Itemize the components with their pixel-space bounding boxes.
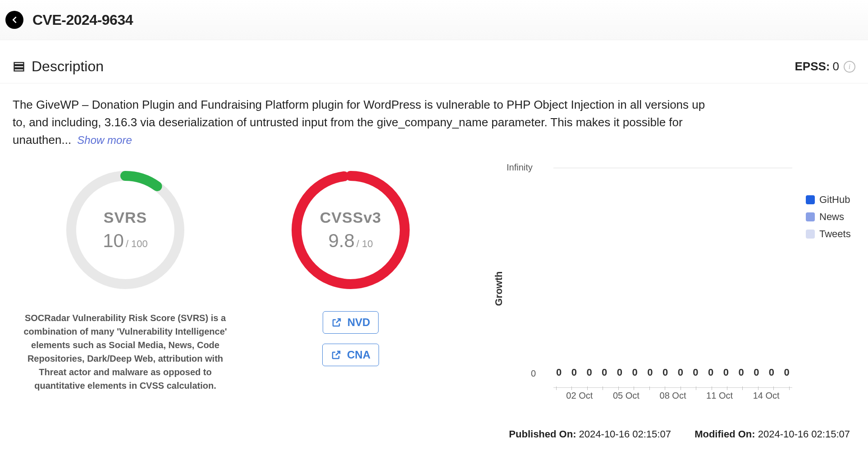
bar-label: 0	[632, 367, 638, 378]
description-body: The GiveWP – Donation Plugin and Fundrai…	[0, 83, 721, 153]
svrs-value: 10	[103, 230, 124, 252]
bar-label: 0	[723, 367, 729, 378]
y-top-label: Infinity	[507, 162, 533, 173]
nvd-link[interactable]: NVD	[323, 311, 379, 334]
back-button[interactable]	[5, 11, 23, 29]
bar-label: 0	[586, 367, 592, 378]
external-link-icon	[331, 349, 342, 360]
y-axis-title: Growth	[493, 271, 505, 306]
bar-label: 0	[678, 367, 683, 378]
epss-score: EPSS: 0 i	[795, 60, 856, 74]
published-label: Published On:	[509, 428, 576, 440]
svrs-max: / 100	[126, 238, 148, 250]
y-bottom-label: 0	[531, 368, 536, 379]
x-tick-marks	[553, 386, 792, 390]
metrics-row: SVRS 10 / 100 SOCRadar Vulnerability Ris…	[0, 153, 868, 419]
dates-row: Published On: 2024-10-16 02:15:07 Modifi…	[0, 419, 868, 454]
legend-label: News	[819, 211, 844, 223]
published-value: 2024-10-16 02:15:07	[579, 428, 671, 440]
epss-value: 0	[833, 60, 839, 74]
description-header: Description EPSS: 0 i	[0, 40, 868, 83]
cvss-value: 9.8	[328, 230, 354, 252]
legend-swatch	[806, 230, 815, 239]
list-icon	[13, 60, 25, 73]
bar-label: 0	[708, 367, 713, 378]
x-tick: 14 Oct	[743, 391, 790, 401]
bar-value-labels: 0000000000000000	[553, 367, 792, 378]
bar-label: 0	[602, 367, 607, 378]
bar-label: 0	[784, 367, 790, 378]
nvd-link-label: NVD	[347, 316, 370, 329]
x-tick: 08 Oct	[649, 391, 696, 401]
legend-swatch	[806, 195, 815, 204]
bar-label: 0	[769, 367, 774, 378]
cvss-gauge: CVSSv3 9.8 / 10	[283, 162, 418, 298]
x-tick: 11 Oct	[696, 391, 743, 401]
legend-item[interactable]: Tweets	[806, 228, 855, 240]
bar-label: 0	[617, 367, 622, 378]
bar-label: 0	[647, 367, 653, 378]
page-header: CVE-2024-9634	[0, 0, 868, 40]
legend-swatch	[806, 212, 815, 221]
growth-chart: Infinity Growth 0 0000000000000000 02 Oc…	[463, 162, 855, 415]
bar-label: 0	[662, 367, 668, 378]
bar-label: 0	[571, 367, 577, 378]
show-more-link[interactable]: Show more	[77, 134, 132, 146]
legend-label: GitHub	[819, 194, 850, 206]
legend-item[interactable]: News	[806, 211, 855, 223]
legend-label: Tweets	[819, 228, 851, 240]
x-tick-labels: 02 Oct05 Oct08 Oct11 Oct14 Oct	[553, 391, 792, 401]
x-tick: 05 Oct	[603, 391, 650, 401]
bar-label: 0	[754, 367, 759, 378]
plot-area: 0000000000000000 02 Oct05 Oct08 Oct11 Oc…	[553, 168, 792, 388]
arrow-left-icon	[9, 15, 19, 25]
cvss-column: CVSSv3 9.8 / 10 NVD CNA	[238, 162, 463, 366]
svrs-gauge: SVRS 10 / 100	[58, 162, 193, 298]
cvss-label: CVSSv3	[320, 209, 381, 226]
bar-label: 0	[693, 367, 698, 378]
modified-value: 2024-10-16 02:15:07	[758, 428, 850, 440]
description-label: Description	[32, 58, 104, 75]
info-icon[interactable]: i	[844, 61, 855, 73]
bar-label: 0	[738, 367, 744, 378]
cna-link-label: CNA	[347, 349, 370, 361]
svrs-column: SVRS 10 / 100 SOCRadar Vulnerability Ris…	[13, 162, 238, 392]
svrs-label: SVRS	[104, 209, 147, 226]
cna-link[interactable]: CNA	[322, 344, 379, 366]
modified-label: Modified On:	[694, 428, 755, 440]
chart-legend: GitHubNewsTweets	[792, 162, 855, 415]
svrs-note: SOCRadar Vulnerability Risk Score (SVRS)…	[19, 311, 231, 392]
cvss-max: / 10	[356, 238, 373, 250]
cve-title: CVE-2024-9634	[32, 12, 133, 28]
bar-label: 0	[556, 367, 562, 378]
epss-label: EPSS:	[795, 60, 830, 74]
x-tick: 02 Oct	[556, 391, 603, 401]
external-link-icon	[331, 317, 342, 328]
legend-item[interactable]: GitHub	[806, 194, 855, 206]
